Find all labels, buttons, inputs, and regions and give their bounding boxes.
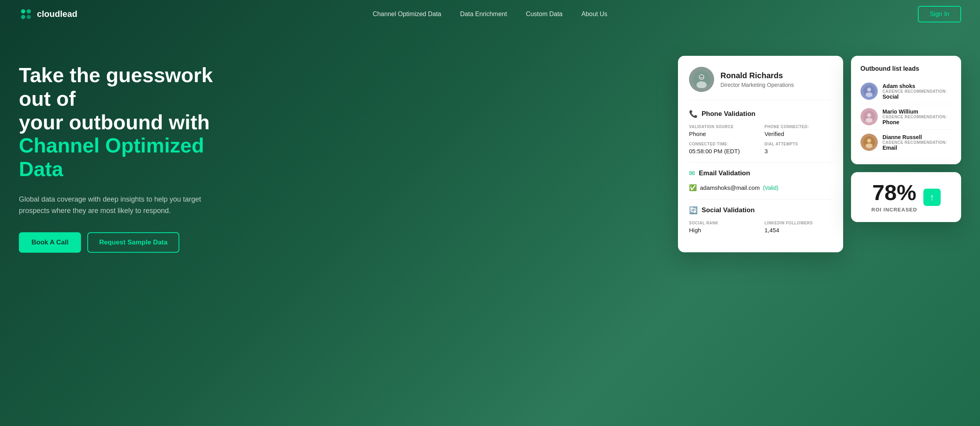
lead-info-1: Adam shoks CADENCE RECOMMENDATION: Socia… [882,83,947,100]
nav-data-enrichment[interactable]: Data Enrichment [460,11,507,17]
book-call-button[interactable]: Book A Call [19,232,81,253]
social-icon: 🔄 [689,206,698,215]
email-section-title: Email Validation [699,169,750,177]
card-divider-2 [689,199,832,200]
svg-point-1 [27,9,31,13]
phone-section-header: 📞 Phone Validation [689,110,832,118]
lead-cadence-label-3: CADENCE RECOMMENDATION: [882,140,947,145]
hero-heading-accent: Channel Optimized Data [19,134,239,181]
svg-point-14 [866,118,873,123]
hero-section: Take the guesswork out of your outbound … [0,28,980,426]
navbar: cloudlead Channel Optimized Data Data En… [0,0,980,28]
lead-item-2: Mario Willium CADENCE RECOMMENDATION: Ph… [860,104,952,130]
phone-section-title: Phone Validation [702,110,755,118]
leads-card-title: Outbound list leads [860,65,952,72]
lead-cadence-value-3: Email [882,145,947,151]
lead-name-3: Dianne Russell [882,134,947,140]
nav-links: Channel Optimized Data Data Enrichment C… [373,11,608,18]
hero-buttons: Book A Call Request Sample Data [19,232,239,253]
lead-cadence-value-2: Phone [882,119,947,125]
lead-avatar-1 [860,83,878,100]
social-section-header: 🔄 Social Validation [689,206,832,215]
profile-title: Director Marketing Operations [720,82,794,88]
svg-point-5 [699,74,704,80]
lead-item-1: Adam shoks CADENCE RECOMMENDATION: Socia… [860,79,952,104]
phone-icon: 📞 [689,110,698,118]
svg-point-16 [867,139,871,143]
signin-button[interactable]: Sign In [918,6,961,22]
profile-info: Ronald Richards Director Marketing Opera… [720,71,794,88]
roi-percent: 78% [871,182,917,204]
email-address: adamshoks@mail.com [700,184,760,191]
nav-custom-data[interactable]: Custom Data [526,11,562,17]
lead-name-1: Adam shoks [882,83,947,89]
lead-info-2: Mario Willium CADENCE RECOMMENDATION: Ph… [882,108,947,125]
svg-point-11 [866,92,873,97]
logo-text: cloudlead [37,9,77,19]
linkedin-followers: LINKEDIN FOLLOWERS 1,454 [764,221,832,233]
svg-point-3 [27,15,31,19]
svg-point-8 [702,75,703,77]
roi-card: 78% ROI INCREASED ↑ [851,172,961,222]
email-status: (Valid) [763,185,778,191]
hero-left: Take the guesswork out of your outbound … [19,52,239,253]
leads-card: Outbound list leads Adam shoks CADENCE R… [851,56,961,164]
dial-attempts: DIAL ATTEMPTS 3 [764,142,832,154]
hero-right: Ronald Richards Director Marketing Opera… [255,52,961,252]
email-section-header: ✉ Email Validation [689,169,832,178]
lead-cadence-value-1: Social [882,94,947,100]
avatar [689,67,714,92]
roi-percent-container: 78% ROI INCREASED [871,182,917,213]
social-section-title: Social Validation [702,206,755,214]
lead-item-3: Dianne Russell CADENCE RECOMMENDATION: E… [860,130,952,155]
lead-name-2: Mario Willium [882,108,947,115]
lead-avatar-3 [860,134,878,151]
email-icon: ✉ [689,169,695,178]
roi-label: ROI INCREASED [871,207,917,213]
profile-card: Ronald Richards Director Marketing Opera… [678,56,843,252]
lead-cadence-label-2: CADENCE RECOMMENDATION: [882,115,947,119]
logo[interactable]: cloudlead [19,7,77,21]
email-check-icon: ✅ [689,184,697,191]
nav-about-us[interactable]: About Us [582,11,608,17]
social-data-grid: SOCIAL RANK High LINKEDIN FOLLOWERS 1,45… [689,221,832,233]
roi-arrow-icon: ↑ [923,189,941,206]
card-divider-1 [689,162,832,163]
lead-info-3: Dianne Russell CADENCE RECOMMENDATION: E… [882,134,947,151]
social-rank: SOCIAL RANK High [689,221,757,233]
svg-point-17 [866,143,873,148]
request-sample-button[interactable]: Request Sample Data [87,232,179,253]
svg-point-2 [21,15,25,19]
connected-time: CONNECTED TIME: 05:58:00 PM (EDT) [689,142,757,154]
svg-point-0 [21,9,25,13]
validation-source: VALIDATION SOURCE Phone [689,125,757,137]
email-row: ✅ adamshoks@mail.com (Valid) [689,184,832,191]
hero-heading: Take the guesswork out of your outbound … [19,64,239,181]
hero-subtitle: Global data coverage with deep insights … [19,194,208,217]
phone-data-grid: VALIDATION SOURCE Phone PHONE CONNECTED:… [689,125,832,154]
profile-name: Ronald Richards [720,71,794,80]
svg-point-13 [867,113,871,117]
nav-channel-optimized[interactable]: Channel Optimized Data [373,11,441,17]
phone-connected: PHONE CONNECTED: Verified [764,125,832,137]
svg-point-7 [700,75,702,77]
lead-avatar-2 [860,108,878,125]
profile-row: Ronald Richards Director Marketing Opera… [689,67,832,100]
logo-icon [19,7,33,21]
side-cards: Outbound list leads Adam shoks CADENCE R… [851,56,961,222]
svg-point-10 [867,88,871,92]
lead-cadence-label-1: CADENCE RECOMMENDATION: [882,89,947,94]
